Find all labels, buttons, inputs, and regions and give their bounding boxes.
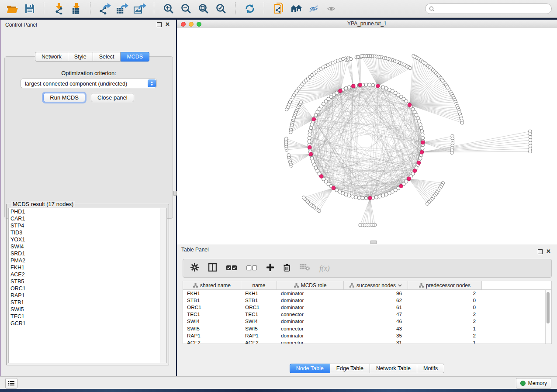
hide-selected-icon [309, 5, 318, 13]
column-header-shared-name[interactable]: shared name [183, 281, 241, 289]
mcds-list-scrollbar[interactable] [160, 208, 166, 363]
save-button[interactable] [21, 1, 38, 16]
zoom-out-button[interactable] [177, 1, 195, 16]
column-type-icon [193, 283, 198, 288]
cell-shared-name: ORC1 [183, 304, 241, 310]
show-all-networks-icon [290, 4, 302, 14]
table-row[interactable]: TEC1TEC1connector472 [183, 311, 551, 318]
tab-motifs[interactable]: Motifs [417, 364, 444, 373]
add-column-button[interactable] [266, 264, 274, 273]
tab-network-table[interactable]: Network Table [370, 364, 417, 373]
column-header-predecessor-nodes[interactable]: predecessor nodes [408, 281, 482, 289]
table-row[interactable]: RAP1RAP1dominator352 [183, 332, 551, 339]
float-table-panel-icon[interactable] [538, 249, 543, 254]
memory-button[interactable]: Memory [516, 378, 551, 389]
export-image-button[interactable] [131, 1, 149, 16]
show-hidden-button[interactable] [322, 1, 340, 16]
refresh-layout-button[interactable] [241, 1, 259, 16]
close-panel-button[interactable]: Close panel [91, 93, 134, 102]
column-header-name[interactable]: name [241, 281, 277, 289]
tab-mcds[interactable]: MCDS [121, 52, 149, 62]
node-table: shared namenameMCDS rolesuccessor nodesp… [183, 281, 552, 344]
split-view-button[interactable] [208, 263, 217, 273]
cell-name: STB1 [241, 297, 277, 303]
table-row[interactable]: SWI5SWI5connector431 [183, 325, 551, 332]
cell-name: RAP1 [241, 333, 277, 339]
close-panel-icon[interactable]: ✕ [165, 21, 170, 27]
float-panel-icon[interactable] [157, 22, 162, 27]
tab-select[interactable]: Select [93, 52, 121, 62]
control-panel-tabs: NetworkStyleSelectMCDS [35, 52, 149, 61]
deselect-all-button[interactable] [246, 265, 257, 272]
network-titlebar[interactable]: YPA_prune.txt_1 [177, 20, 557, 28]
function-builder-button: f(x) [319, 264, 330, 273]
mcds-result-item[interactable]: FKH1 [9, 264, 166, 271]
tab-network[interactable]: Network [35, 52, 68, 62]
table-scrollbar-thumb[interactable] [547, 292, 550, 323]
mcds-result-item[interactable]: ACE2 [9, 271, 166, 278]
task-history-button[interactable] [5, 378, 17, 389]
column-label: predecessor nodes [426, 282, 471, 289]
mcds-result-item[interactable]: YOX1 [9, 236, 166, 243]
mcds-result-item[interactable]: SWI4 [9, 243, 166, 250]
cell-MCDS-role: dominator [277, 318, 344, 324]
cell-shared-name: RAP1 [183, 333, 241, 339]
mcds-result-item[interactable]: PMA2 [9, 257, 166, 264]
table-row[interactable]: ORC1ORC1dominator610 [183, 304, 551, 311]
mcds-result-item[interactable]: STB1 [9, 299, 166, 306]
mcds-result-item[interactable]: ORC1 [9, 285, 166, 292]
zoom-selected-button[interactable] [212, 1, 230, 16]
column-header-MCDS-role[interactable]: MCDS role [277, 281, 344, 289]
table-row[interactable]: ACE2ACE2connector311 [183, 339, 551, 344]
show-all-networks-button[interactable] [287, 1, 305, 16]
run-mcds-button[interactable]: Run MCDS [43, 93, 85, 102]
column-header-successor-nodes[interactable]: successor nodes [344, 281, 408, 289]
cell-MCDS-role: connector [277, 340, 344, 344]
mcds-result-list[interactable]: PHD1CAR1STP4TID3YOX1SWI4SRD1PMA2FKH1ACE2… [8, 208, 167, 363]
table-row[interactable]: SWI4SWI4dominator462 [183, 318, 551, 325]
mcds-result-item[interactable]: GCR1 [9, 320, 166, 327]
zoom-fit-button[interactable] [195, 1, 212, 16]
settings-button[interactable] [190, 263, 199, 273]
export-table-button[interactable] [114, 1, 131, 16]
horizontal-split-handle[interactable] [370, 241, 377, 244]
table-row[interactable]: FKH1FKH1dominator962 [183, 290, 551, 297]
import-network-button[interactable] [50, 1, 67, 16]
mcds-result-item[interactable]: SWI5 [9, 306, 166, 313]
search-input[interactable] [437, 5, 551, 12]
export-network-button[interactable] [96, 1, 114, 16]
share-document-button[interactable] [270, 1, 287, 16]
close-table-panel-icon[interactable]: ✕ [546, 248, 551, 254]
table-scrollbar[interactable] [545, 290, 550, 344]
import-table-button[interactable] [67, 1, 85, 16]
zoom-in-button[interactable] [160, 1, 177, 16]
network-canvas[interactable] [177, 28, 557, 244]
mcds-result-item[interactable]: STB5 [9, 278, 166, 285]
tab-edge-table[interactable]: Edge Table [330, 364, 370, 373]
mcds-result-item[interactable]: CAR1 [9, 215, 166, 222]
delete-column-button[interactable] [284, 264, 290, 273]
app-window: Control Panel ✕ NetworkStyleSelectMCDS O… [0, 0, 557, 392]
zoom-in-icon [163, 3, 174, 14]
optimization-criterion-select[interactable]: largest connected component (undirected)… [21, 79, 157, 88]
mcds-result-item[interactable]: PHD1 [9, 208, 166, 215]
search-box[interactable] [425, 3, 552, 14]
open-icon [7, 4, 18, 14]
hide-selected-button[interactable] [305, 1, 322, 16]
settings-icon [190, 263, 199, 273]
mcds-result-item[interactable]: TEC1 [9, 313, 166, 320]
mcds-result-item[interactable]: TID3 [9, 229, 166, 236]
tab-style[interactable]: Style [68, 52, 93, 62]
select-all-button[interactable] [226, 265, 237, 272]
open-button[interactable] [3, 1, 21, 16]
mcds-result-item[interactable]: STP4 [9, 222, 166, 229]
vertical-split-handle[interactable] [173, 191, 177, 196]
control-panel: Control Panel ✕ NetworkStyleSelectMCDS O… [1, 20, 176, 376]
tab-node-table[interactable]: Node Table [290, 364, 330, 373]
optimization-criterion-value: largest connected component (undirected) [25, 81, 127, 87]
save-icon [25, 4, 35, 14]
mcds-result-item[interactable]: RAP1 [9, 292, 166, 299]
table-row[interactable]: STB1STB1dominator620 [183, 297, 551, 304]
mcds-result-item[interactable]: SRD1 [9, 250, 166, 257]
cell-successor-nodes: 46 [344, 318, 408, 324]
